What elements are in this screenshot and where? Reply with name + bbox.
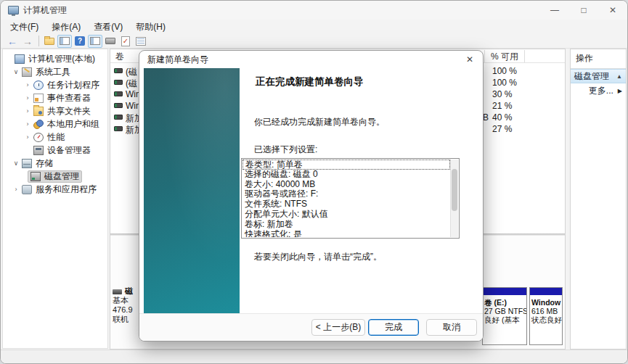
actions-panel: 操作 磁盘管理 ▲ 更多... ▶: [570, 49, 627, 349]
clock-icon: [33, 80, 44, 90]
window-title: 计算机管理: [23, 4, 67, 17]
console-icon[interactable]: [103, 35, 118, 48]
column-volume[interactable]: 卷: [115, 51, 124, 63]
menu-file[interactable]: 文件(F): [4, 20, 45, 35]
show-console-tree-icon[interactable]: [57, 35, 72, 48]
column-free-percent[interactable]: % 可用: [491, 51, 518, 63]
actions-more[interactable]: 更多... ▶: [571, 83, 626, 98]
setting-volume-label[interactable]: 卷标: 新加卷: [242, 220, 450, 230]
tree-item-local-users-groups[interactable]: › 本地用户和组: [3, 117, 107, 131]
setting-drive-letter[interactable]: 驱动器号或路径: F:: [242, 189, 450, 199]
new-simple-volume-wizard: 新建简单卷向导 ✕ 正在完成新建简单卷向导 你已经成功完成新建简单卷向导。 已选…: [139, 50, 484, 342]
maximize-button[interactable]: □: [569, 1, 598, 20]
volume-icon: [114, 80, 123, 85]
folder-up-icon[interactable]: [42, 35, 57, 48]
dialog-footer: < 上一步(B) 完成 取消: [139, 313, 483, 341]
tree-item-device-manager[interactable]: 设备管理器: [3, 144, 107, 157]
volume-icon: [114, 68, 123, 73]
chevron-right-icon[interactable]: ›: [22, 94, 33, 102]
app-icon: [8, 6, 19, 15]
volume-icon: [114, 115, 123, 120]
tree-item-disk-management[interactable]: 磁盘管理: [3, 170, 107, 183]
computer-icon: [15, 54, 25, 64]
chevron-right-icon[interactable]: ›: [22, 81, 33, 88]
status-bar: [1, 349, 627, 364]
tree-item-services-applications[interactable]: › 服务和应用程序: [3, 183, 107, 196]
title-bar: 计算机管理 — □ ✕: [1, 1, 627, 20]
chevron-down-icon[interactable]: ∨: [10, 160, 22, 167]
actions-group-disk-management[interactable]: 磁盘管理 ▲: [571, 69, 626, 83]
forward-icon[interactable]: →: [20, 35, 35, 48]
close-button[interactable]: ✕: [598, 1, 627, 20]
cancel-button[interactable]: 取消: [426, 319, 477, 336]
disk-icon: [30, 172, 41, 181]
actions-title: 操作: [571, 49, 626, 69]
chevron-right-icon[interactable]: ›: [22, 120, 33, 128]
scrollbar-thumb[interactable]: [452, 169, 457, 211]
menu-view[interactable]: 查看(V): [87, 20, 129, 35]
partition-windows[interactable]: Window 616 MB 状态良好: [529, 287, 563, 345]
chevron-right-icon[interactable]: ›: [22, 133, 33, 141]
listbox-scrollbar[interactable]: [450, 160, 458, 237]
device-icon: [33, 146, 44, 155]
event-log-icon: [33, 94, 44, 103]
partition-header: [530, 288, 562, 296]
shared-folder-icon: [33, 107, 44, 116]
volume-icon: [114, 103, 123, 108]
settings-listbox[interactable]: 卷类型: 简单卷 选择的磁盘: 磁盘 0 卷大小: 40000 MB 驱动器号或…: [241, 158, 460, 239]
back-button[interactable]: < 上一步(B): [311, 319, 365, 336]
storage-icon: [22, 159, 32, 168]
tree-item-shared-folders[interactable]: › 共享文件夹: [3, 104, 107, 117]
disk-icon: [113, 289, 122, 294]
volume-icon: [114, 91, 123, 96]
check-disk-icon[interactable]: ✓: [118, 35, 133, 48]
setting-quick-format[interactable]: 快速格式化: 是: [242, 230, 450, 237]
users-icon: [33, 120, 44, 129]
gauge-icon: [33, 133, 44, 142]
dialog-close-icon[interactable]: ✕: [457, 51, 483, 68]
partition-header: [483, 288, 526, 296]
chevron-right-icon[interactable]: ›: [22, 107, 33, 115]
help-icon[interactable]: ?: [73, 35, 87, 48]
collapse-icon[interactable]: ▲: [616, 73, 622, 80]
volume-icon: [114, 126, 123, 131]
toolbar: ← → ? ✓: [1, 34, 627, 49]
setting-selected-disk[interactable]: 选择的磁盘: 磁盘 0: [242, 170, 450, 180]
submenu-arrow-icon: ▶: [618, 88, 622, 94]
wizard-closing-text: 若要关闭此向导，请单击“完成”。: [254, 251, 382, 263]
services-icon: [22, 185, 32, 194]
properties-icon[interactable]: [134, 35, 148, 48]
back-icon[interactable]: ←: [5, 35, 20, 48]
dialog-title: 新建简单卷向导: [139, 54, 208, 66]
chevron-down-icon[interactable]: ∨: [10, 68, 22, 75]
setting-volume-size[interactable]: 卷大小: 40000 MB: [242, 180, 450, 190]
tree-item-storage[interactable]: ∨ 存储: [3, 157, 107, 170]
menu-bar: 文件(F) 操作(A) 查看(V) 帮助(H): [1, 20, 627, 34]
console-tree: 计算机管理(本地) ∨ 系统工具 › 任务计划程序 › 事件查看器 › 共享文件…: [2, 49, 108, 349]
show-action-pane-icon[interactable]: [88, 35, 102, 48]
setting-file-system[interactable]: 文件系统: NTFS: [242, 199, 450, 210]
wizard-intro: 你已经成功完成新建简单卷向导。: [254, 116, 385, 128]
chevron-right-icon[interactable]: ›: [10, 186, 22, 193]
wizard-watermark: [144, 68, 240, 315]
tree-item-system-tools[interactable]: ∨ 系统工具: [3, 65, 107, 78]
finish-button[interactable]: 完成: [368, 319, 419, 336]
setting-allocation-unit[interactable]: 分配单元大小: 默认值: [242, 210, 450, 220]
toolbar-separator: [38, 36, 39, 46]
tools-icon: [22, 67, 32, 77]
minimize-button[interactable]: —: [540, 1, 569, 20]
setting-volume-type[interactable]: 卷类型: 简单卷: [242, 160, 450, 170]
tree-item-performance[interactable]: › 性能: [3, 131, 107, 144]
tree-item-task-scheduler[interactable]: › 任务计划程序: [3, 78, 107, 91]
tree-item-computer-management[interactable]: 计算机管理(本地): [3, 52, 107, 65]
dialog-title-bar: 新建简单卷向导 ✕: [139, 51, 483, 68]
partition-e[interactable]: 卷 (E:) 27 GB NTFS 良好 (基本: [482, 287, 527, 345]
wizard-heading: 正在完成新建简单卷向导: [256, 75, 364, 88]
menu-action[interactable]: 操作(A): [45, 20, 87, 35]
computer-management-window: 计算机管理 — □ ✕ 文件(F) 操作(A) 查看(V) 帮助(H) ← → …: [0, 0, 628, 364]
tree-item-event-viewer[interactable]: › 事件查看器: [3, 91, 107, 104]
settings-label: 已选择下列设置:: [254, 144, 317, 156]
menu-help[interactable]: 帮助(H): [129, 20, 172, 35]
